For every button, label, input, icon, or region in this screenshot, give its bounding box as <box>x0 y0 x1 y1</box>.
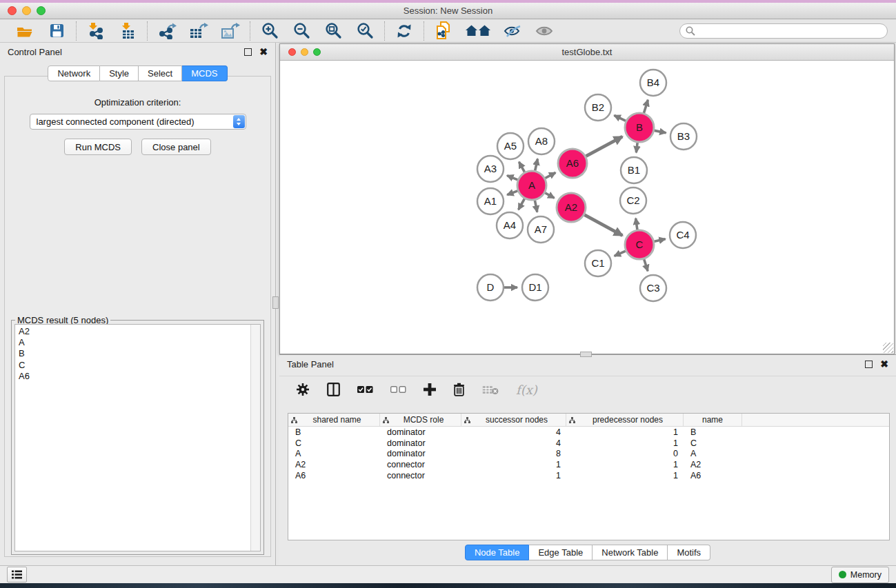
graph-edge-C-C4[interactable] <box>654 239 665 242</box>
import-table-button[interactable] <box>117 21 139 41</box>
mcds-result-item[interactable]: A <box>19 337 247 348</box>
graph-edge-A2-C[interactable] <box>584 215 622 236</box>
horizontal-split-handle[interactable] <box>580 352 592 357</box>
mcds-result-item[interactable]: B <box>19 348 247 359</box>
delete-entries-button[interactable] <box>453 383 465 396</box>
save-session-button[interactable] <box>46 21 68 41</box>
memory-button[interactable]: Memory <box>831 567 889 583</box>
graph-edge-B-B3[interactable] <box>655 130 666 132</box>
graph-node-C2[interactable]: C2 <box>620 187 646 214</box>
network-minimize-button[interactable] <box>301 48 308 56</box>
graph-node-C1[interactable]: C1 <box>585 250 611 276</box>
result-scrollbar[interactable] <box>250 325 260 551</box>
graph-edge-A-A1[interactable] <box>507 191 517 195</box>
open-session-button[interactable] <box>14 21 36 41</box>
graph-edge-A-A2[interactable] <box>545 193 554 199</box>
tab-mcds[interactable]: MCDS <box>182 65 227 81</box>
zoom-in-button[interactable] <box>259 21 281 41</box>
table-row[interactable]: A6connector11A6 <box>288 470 889 481</box>
run-mcds-button[interactable]: Run MCDS <box>64 139 132 155</box>
export-network-button[interactable] <box>156 21 178 41</box>
zoom-selected-button[interactable] <box>354 21 376 41</box>
graph-node-A1[interactable]: A1 <box>477 188 504 214</box>
graph-node-A4[interactable]: A4 <box>497 212 523 239</box>
graph-edge-A-A6[interactable] <box>545 172 555 178</box>
graph-node-C3[interactable]: C3 <box>640 275 666 301</box>
add-row-button[interactable] <box>424 383 436 396</box>
export-table-button[interactable] <box>188 21 210 41</box>
graph-node-D[interactable]: D <box>477 274 504 301</box>
graph-node-C[interactable]: C <box>625 230 654 259</box>
graph-node-B3[interactable]: B3 <box>670 123 697 150</box>
close-panel-icon[interactable]: ✖ <box>259 48 268 55</box>
optimization-criterion-dropdown[interactable]: largest connected component (directed) <box>30 114 246 130</box>
graph-node-B1[interactable]: B1 <box>621 157 647 183</box>
close-panel-button[interactable]: Close panel <box>141 139 211 155</box>
tab-network-table[interactable]: Network Table <box>593 545 668 560</box>
mcds-result-item[interactable]: A6 <box>19 371 247 382</box>
column-header-MCDS-role[interactable]: MCDS role <box>380 414 461 426</box>
column-header-name[interactable]: name <box>684 414 742 426</box>
tab-edge-table[interactable]: Edge Table <box>529 545 593 560</box>
graph-edge-A-A7[interactable] <box>535 201 537 212</box>
network-zoom-button[interactable] <box>313 48 321 56</box>
graph-node-D1[interactable]: D1 <box>522 274 548 301</box>
window-resize-grip[interactable] <box>883 343 893 353</box>
show-column-button[interactable] <box>327 383 340 396</box>
duplicate-network-button[interactable] <box>432 21 455 41</box>
vertical-split-handle[interactable] <box>272 296 279 309</box>
hide-graphics-details-button[interactable] <box>501 21 524 41</box>
float-table-panel-icon[interactable] <box>865 361 873 368</box>
refresh-button[interactable] <box>393 21 415 41</box>
graph-node-A[interactable]: A <box>517 171 546 200</box>
column-header-successor-nodes[interactable]: successor nodes <box>461 414 566 426</box>
mcds-result-item[interactable]: A2 <box>19 326 247 337</box>
network-close-button[interactable] <box>288 48 296 56</box>
graph-node-A8[interactable]: A8 <box>528 128 555 154</box>
zoom-out-button[interactable] <box>290 21 312 41</box>
network-canvas[interactable]: B4B2BB3A8A5A6A3B1AA1C2A2A4A7C4CC1C3DD1 <box>280 60 894 354</box>
graph-edge-B-B1[interactable] <box>636 143 637 152</box>
show-graphics-details-button[interactable] <box>533 21 555 41</box>
graph-edge-A-A8[interactable] <box>535 159 538 170</box>
deselect-all-button[interactable] <box>390 386 406 394</box>
tab-motifs[interactable]: Motifs <box>668 545 710 560</box>
graph-node-B2[interactable]: B2 <box>585 94 611 121</box>
zoom-window-button[interactable] <box>37 6 46 15</box>
table-row[interactable]: A2connector11A2 <box>288 459 889 470</box>
graph-node-A3[interactable]: A3 <box>477 156 504 182</box>
float-panel-icon[interactable] <box>244 48 252 56</box>
graph-node-A2[interactable]: A2 <box>557 193 586 222</box>
minimize-window-button[interactable] <box>22 6 31 15</box>
import-network-button[interactable] <box>85 21 107 41</box>
graph-edge-C-C2[interactable] <box>636 219 637 230</box>
table-row[interactable]: Adominator80A <box>288 448 889 459</box>
graph-edge-C-C1[interactable] <box>615 251 626 256</box>
graph-edge-B-B4[interactable] <box>644 100 648 113</box>
graph-edge-B-B2[interactable] <box>614 115 626 121</box>
tab-style[interactable]: Style <box>100 65 139 81</box>
zoom-fit-button[interactable] <box>322 21 344 41</box>
graph-edge-A6-B[interactable] <box>586 136 622 156</box>
tab-network[interactable]: Network <box>48 65 100 81</box>
graph-node-B4[interactable]: B4 <box>640 70 666 96</box>
table-row[interactable]: Bdominator41B <box>288 427 889 438</box>
graph-node-A6[interactable]: A6 <box>558 149 587 178</box>
graph-edge-A-A3[interactable] <box>507 176 517 180</box>
close-window-button[interactable] <box>8 6 17 15</box>
task-history-button[interactable] <box>7 567 27 582</box>
graph-node-A7[interactable]: A7 <box>528 216 554 243</box>
tab-select[interactable]: Select <box>139 65 182 81</box>
graph-node-B[interactable]: B <box>625 113 654 142</box>
graph-edge-C-C3[interactable] <box>644 259 648 271</box>
table-options-button[interactable] <box>296 383 310 396</box>
export-image-button[interactable] <box>219 21 241 41</box>
column-header-shared-name[interactable]: shared name <box>288 414 380 426</box>
graph-node-A5[interactable]: A5 <box>497 133 524 159</box>
close-table-panel-icon[interactable]: ✖ <box>880 361 888 367</box>
select-all-button[interactable] <box>357 386 373 394</box>
tab-node-table[interactable]: Node Table <box>465 545 530 560</box>
graph-edge-A-A4[interactable] <box>519 199 525 210</box>
mcds-result-item[interactable]: C <box>19 360 247 371</box>
column-header-predecessor-nodes[interactable]: predecessor nodes <box>566 414 684 426</box>
